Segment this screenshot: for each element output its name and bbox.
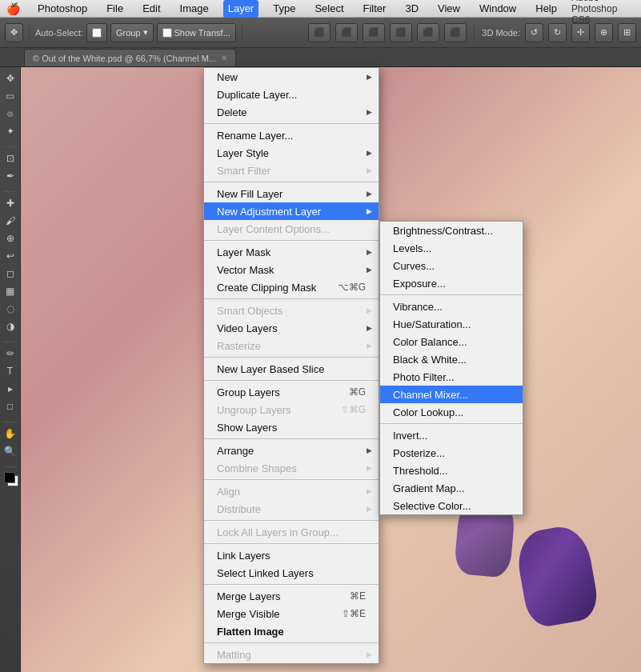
history-brush-tool[interactable]: ↩: [2, 248, 18, 264]
menu-item-layer-style[interactable]: Layer Style: [204, 144, 379, 162]
menubar-image[interactable]: Image: [175, 0, 214, 18]
menubar-filter[interactable]: Filter: [359, 0, 391, 18]
path-select-tool[interactable]: ▸: [2, 381, 18, 397]
menubar-type[interactable]: Type: [268, 0, 300, 18]
crop-tool[interactable]: ⊡: [2, 150, 18, 166]
menubar-select[interactable]: Select: [310, 0, 348, 18]
eyedropper-tool[interactable]: ✒: [2, 168, 18, 184]
menu-item-group[interactable]: Group Layers ⌘G: [204, 383, 379, 401]
menu-item-ungroup[interactable]: Ungroup Layers ⇧⌘G: [204, 401, 379, 418]
auto-select-checkbox[interactable]: [92, 28, 102, 38]
adj-exposure[interactable]: Exposure...: [380, 274, 523, 292]
adj-selective-color[interactable]: Selective Color...: [380, 497, 523, 514]
tab-close-btn[interactable]: ✕: [221, 54, 227, 62]
menu-item-matting[interactable]: Matting: [204, 646, 379, 663]
adj-invert[interactable]: Invert...: [380, 426, 523, 444]
zoom-tool[interactable]: 🔍: [2, 443, 18, 459]
3d-roll-btn[interactable]: ↻: [548, 23, 567, 42]
menu-item-new-adjustment[interactable]: New Adjustment Layer: [204, 202, 379, 220]
shape-tool[interactable]: □: [2, 398, 18, 414]
adj-channel-mixer[interactable]: Channel Mixer...: [380, 386, 523, 403]
lasso-tool[interactable]: ⌾: [2, 106, 18, 122]
menu-item-rename[interactable]: Rename Layer...: [204, 126, 379, 144]
group-select-btn[interactable]: Group ▾: [110, 23, 154, 42]
adj-posterize[interactable]: Posterize...: [380, 444, 523, 462]
heal-tool[interactable]: ✚: [2, 195, 18, 211]
marquee-tool[interactable]: ▭: [2, 88, 18, 104]
menu-item-merge[interactable]: Merge Layers ⌘E: [204, 587, 379, 605]
show-transform-btn[interactable]: Show Transf...: [157, 23, 236, 42]
menu-item-layer-mask[interactable]: Layer Mask: [204, 243, 379, 261]
adj-gradient-map[interactable]: Gradient Map...: [380, 479, 523, 497]
align-middle-btn[interactable]: ⬛: [417, 23, 439, 42]
menubar-view[interactable]: View: [433, 0, 465, 18]
menu-item-merge-visible[interactable]: Merge Visible ⇧⌘E: [204, 605, 379, 622]
move-tool-btn[interactable]: ✥: [5, 23, 23, 42]
menu-item-select-linked[interactable]: Select Linked Layers: [204, 564, 379, 582]
move-tool[interactable]: ✥: [2, 70, 18, 86]
3d-pan-btn[interactable]: ✛: [571, 23, 590, 42]
adj-hue-sat[interactable]: Hue/Saturation...: [380, 315, 523, 333]
magic-wand-tool[interactable]: ✦: [2, 123, 18, 139]
document-tab[interactable]: © Out of the White.psd @ 66,7% (Channel …: [24, 49, 236, 66]
adj-curves[interactable]: Curves...: [380, 257, 523, 274]
color-swatch[interactable]: [2, 470, 18, 486]
adj-vibrance[interactable]: Vibrance...: [380, 298, 523, 315]
menu-item-vector-mask[interactable]: Vector Mask: [204, 261, 379, 278]
menu-item-video-layers[interactable]: Video Layers: [204, 319, 379, 337]
menubar-3d[interactable]: 3D: [400, 0, 423, 18]
align-bottom-btn[interactable]: ⬛: [444, 23, 467, 42]
adj-color-lookup[interactable]: Color Lookup...: [380, 403, 523, 421]
menu-item-new[interactable]: New: [204, 68, 379, 86]
menu-item-show-layers[interactable]: Show Layers: [204, 418, 379, 436]
align-top-btn[interactable]: ⬛: [390, 23, 412, 42]
menubar-layer[interactable]: Layer: [223, 0, 259, 18]
adj-photo-filter[interactable]: Photo Filter...: [380, 368, 523, 386]
show-transform-checkbox[interactable]: [162, 28, 172, 38]
adj-bw[interactable]: Black & White...: [380, 350, 523, 368]
3d-rotate-btn[interactable]: ↺: [525, 23, 543, 42]
menu-item-new-slice[interactable]: New Layer Based Slice: [204, 360, 379, 378]
clone-tool[interactable]: ⊕: [2, 230, 18, 246]
align-right-btn[interactable]: ⬛: [363, 23, 385, 42]
dodge-tool[interactable]: ◑: [2, 318, 18, 334]
menubar-edit[interactable]: Edit: [138, 0, 165, 18]
menu-item-distribute[interactable]: Distribute: [204, 500, 379, 518]
menu-item-lock-all[interactable]: Lock All Layers in Group...: [204, 523, 379, 541]
3d-slide-btn[interactable]: ⊕: [595, 23, 613, 42]
menu-item-combine[interactable]: Combine Shapes: [204, 459, 379, 477]
menu-item-link[interactable]: Link Layers: [204, 546, 379, 564]
gradient-tool[interactable]: ▦: [2, 283, 18, 299]
3d-scale-btn[interactable]: ⊞: [618, 23, 636, 42]
menu-item-arrange[interactable]: Arrange: [204, 442, 379, 459]
auto-select-toggle[interactable]: [86, 23, 107, 42]
apple-menu[interactable]: 🍎: [6, 2, 20, 15]
menu-item-delete[interactable]: Delete: [204, 103, 379, 121]
align-center-btn[interactable]: ⬛: [335, 23, 358, 42]
adj-color-balance[interactable]: Color Balance...: [380, 333, 523, 350]
menu-item-align[interactable]: Align: [204, 482, 379, 500]
adj-brightness[interactable]: Brightness/Contrast...: [380, 222, 523, 239]
menu-item-flatten[interactable]: Flatten Image: [204, 622, 379, 640]
menubar-window[interactable]: Window: [475, 0, 521, 18]
align-left-btn[interactable]: ⬛: [308, 23, 331, 42]
adj-levels[interactable]: Levels...: [380, 239, 523, 257]
menu-item-smart-objects[interactable]: Smart Objects: [204, 302, 379, 319]
eraser-tool[interactable]: ◻: [2, 266, 18, 282]
menu-item-smart-filter[interactable]: Smart Filter: [204, 162, 379, 179]
menu-item-new-fill[interactable]: New Fill Layer: [204, 185, 379, 202]
blur-tool[interactable]: ◌: [2, 301, 18, 317]
type-tool[interactable]: T: [2, 363, 18, 379]
menubar-help[interactable]: Help: [531, 0, 562, 18]
pen-tool[interactable]: ✏: [2, 346, 18, 362]
menubar-file[interactable]: File: [102, 0, 128, 18]
menu-item-rasterize[interactable]: Rasterize: [204, 337, 379, 354]
adj-threshold[interactable]: Threshold...: [380, 462, 523, 479]
menu-item-duplicate[interactable]: Duplicate Layer...: [204, 86, 379, 103]
menubar-photoshop[interactable]: Photoshop: [33, 0, 92, 18]
hand-tool[interactable]: ✋: [2, 426, 18, 442]
fg-color[interactable]: [4, 472, 15, 483]
menu-item-clipping-mask[interactable]: Create Clipping Mask ⌥⌘G: [204, 278, 379, 296]
menu-item-layer-content[interactable]: Layer Content Options...: [204, 220, 379, 238]
brush-tool[interactable]: 🖌: [2, 213, 18, 229]
